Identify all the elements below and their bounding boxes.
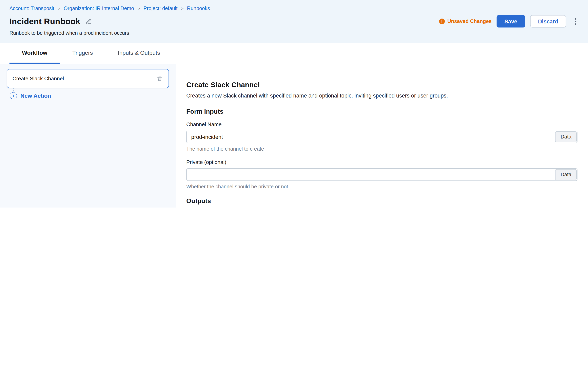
trash-icon: [157, 76, 162, 81]
action-detail-title: Create Slack Channel: [186, 80, 578, 89]
channel-name-data-button[interactable]: Data: [555, 131, 577, 142]
breadcrumb-link-account[interactable]: Account: Transposit: [9, 6, 54, 11]
tab-workflow[interactable]: Workflow: [9, 43, 60, 64]
app-window: Account: Transposit > Organization: IR I…: [0, 0, 588, 208]
workflow-steps-panel: Create Slack Channel + New Action: [0, 64, 176, 208]
kebab-icon: [575, 18, 576, 19]
action-detail-description: Creates a new Slack channel with specifi…: [186, 92, 578, 99]
plus-circle-icon: +: [10, 92, 17, 99]
breadcrumb-link-organization[interactable]: Organization: IR Internal Demo: [64, 6, 134, 11]
save-button[interactable]: Save: [496, 15, 525, 28]
breadcrumb-link-project[interactable]: Project: default: [143, 6, 177, 11]
divider: [186, 75, 578, 75]
private-help: Whether the channel should be private or…: [186, 184, 578, 190]
tab-triggers[interactable]: Triggers: [60, 43, 105, 64]
action-detail-pane: Create Slack Channel Creates a new Slack…: [176, 64, 588, 208]
unsaved-changes-status: ! Unsaved Changes: [439, 19, 492, 24]
private-input[interactable]: [186, 168, 578, 181]
breadcrumb: Account: Transposit > Organization: IR I…: [9, 6, 579, 11]
new-action-button[interactable]: + New Action: [10, 92, 169, 100]
more-options-button[interactable]: [572, 16, 579, 27]
new-action-label: New Action: [20, 93, 51, 99]
workflow-action-card[interactable]: Create Slack Channel: [7, 69, 169, 88]
delete-action-button[interactable]: [156, 75, 163, 82]
edit-title-button[interactable]: [85, 18, 92, 24]
form-inputs-heading: Form Inputs: [186, 108, 578, 116]
page-header: Account: Transposit > Organization: IR I…: [0, 0, 588, 43]
channel-name-help: The name of the channel to create: [186, 146, 578, 153]
action-card-label: Create Slack Channel: [13, 75, 64, 82]
private-data-button[interactable]: Data: [555, 169, 577, 180]
channel-name-input[interactable]: [186, 131, 578, 143]
channel-name-label: Channel Name: [186, 121, 578, 128]
unsaved-changes-label: Unsaved Changes: [447, 19, 492, 24]
breadcrumb-link-runbooks[interactable]: Runbooks: [187, 6, 210, 11]
pencil-icon: [85, 18, 92, 24]
outputs-heading: Outputs: [186, 197, 578, 205]
breadcrumb-separator-icon: >: [137, 6, 140, 11]
page-subtitle: Runbook to be triggered when a prod inci…: [9, 30, 579, 36]
tab-bar: Workflow Triggers Inputs & Outputs: [0, 43, 588, 64]
private-label: Private (optional): [186, 158, 578, 165]
page-title: Incident Runbook: [9, 16, 80, 26]
tab-inputs-outputs[interactable]: Inputs & Outputs: [105, 43, 172, 64]
discard-button[interactable]: Discard: [530, 15, 566, 28]
step-connector: [13, 88, 14, 92]
warning-icon: !: [439, 19, 445, 24]
breadcrumb-separator-icon: >: [58, 6, 60, 11]
breadcrumb-separator-icon: >: [181, 6, 184, 11]
